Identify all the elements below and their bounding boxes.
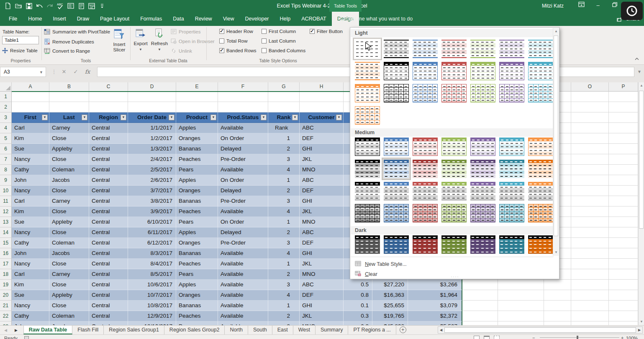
vertical-scrollbar[interactable]: ▲ ▼ <box>638 82 644 325</box>
export-button[interactable]: Export ▼ <box>132 27 149 59</box>
cell-A9[interactable]: John <box>12 175 49 186</box>
cell-G8[interactable]: 4 <box>268 165 300 175</box>
cell-I21[interactable]: 0.1 <box>344 301 372 311</box>
cell-H3[interactable]: Customer▼ <box>300 112 344 123</box>
checkbox-filter-button[interactable]: Filter Button <box>310 29 343 34</box>
row-header-22[interactable]: 22 <box>0 311 12 321</box>
filter-button-product[interactable]: ▼ <box>210 115 216 120</box>
name-box-dropdown-icon[interactable]: ▼ <box>39 67 43 77</box>
external-properties-button[interactable]: Properties <box>171 29 200 34</box>
filter-button-customer[interactable]: ▼ <box>336 115 342 120</box>
table-style-swatch-purple-medgrid[interactable] <box>470 203 496 223</box>
cell-G2[interactable] <box>268 102 300 112</box>
table-style-swatch-orange-medgrid[interactable] <box>527 203 554 223</box>
vertical-scroll-thumb[interactable] <box>639 91 644 229</box>
cell-P7[interactable] <box>609 154 638 165</box>
cell-A15[interactable]: Cathy <box>12 238 49 248</box>
cell-F13[interactable]: On Order <box>218 217 268 227</box>
table-style-swatch-red-medsolid[interactable] <box>412 159 439 179</box>
table-style-swatch-purple-lightgrid[interactable] <box>498 83 525 103</box>
cell-G1[interactable] <box>268 92 300 102</box>
cell-C9[interactable]: Central <box>89 175 128 186</box>
table-style-swatch-gray-medgrid[interactable] <box>354 203 381 223</box>
row-header-7[interactable]: 7 <box>0 154 12 165</box>
gallery-scrollbar[interactable]: ▲▼ <box>553 28 559 256</box>
cell-F7[interactable]: Pre-Order <box>218 154 268 165</box>
cell-F3[interactable]: Prod.Status▼ <box>218 112 268 123</box>
cell-O22[interactable] <box>571 311 609 321</box>
zoom-percent[interactable]: 100% <box>626 336 638 339</box>
table-style-swatch-blue-medhdrband[interactable] <box>383 181 410 201</box>
cell-D14[interactable]: 6/11/2017 <box>128 227 176 238</box>
tell-me-box[interactable]: Tell me what you want to do <box>340 12 413 26</box>
table-style-swatch-blue-lighthdr[interactable] <box>412 61 439 81</box>
cell-D21[interactable]: 10/8/2017 <box>128 301 176 311</box>
ribbon-display-options-icon[interactable] <box>574 0 588 12</box>
row-header-15[interactable]: 15 <box>0 238 12 248</box>
row-header-8[interactable]: 8 <box>0 165 12 175</box>
cell-M19[interactable] <box>498 280 544 290</box>
column-header-O[interactable]: O <box>571 82 609 92</box>
cell-E8[interactable]: Pears <box>176 165 218 175</box>
table-style-swatch-blue-medsolid[interactable] <box>383 159 410 179</box>
cell-D6[interactable]: 1/3/2017 <box>128 144 176 154</box>
table-style-swatch-purple-dark[interactable] <box>470 234 496 255</box>
row-header-1[interactable]: 1 <box>0 92 12 102</box>
insert-function-icon[interactable]: fx <box>82 67 93 77</box>
ribbon-tab-data[interactable]: Data <box>167 12 189 26</box>
cell-P4[interactable] <box>609 123 638 133</box>
filter-button-prod-status[interactable]: ▼ <box>261 115 267 120</box>
table-style-swatch-red-dark[interactable] <box>412 234 439 255</box>
cell-P10[interactable] <box>609 186 638 196</box>
row-header-10[interactable]: 10 <box>0 186 12 196</box>
cell-C20[interactable]: Central <box>89 290 128 301</box>
cell-C6[interactable]: Central <box>89 144 128 154</box>
cell-D7[interactable]: 2/4/2017 <box>128 154 176 165</box>
cell-D20[interactable]: 10/7/2017 <box>128 290 176 301</box>
table-style-swatch-teal-lighthdr[interactable] <box>527 61 554 81</box>
form-icon[interactable] <box>67 2 74 10</box>
cell-B5[interactable]: Close <box>49 133 89 144</box>
cell-A20[interactable]: Sue <box>12 290 49 301</box>
table-style-swatch-teal-lightgrid[interactable] <box>527 83 554 103</box>
cell-A16[interactable]: John <box>12 248 49 259</box>
cell-A12[interactable]: Kim <box>12 206 49 217</box>
table-style-swatch-green-lightband[interactable] <box>470 39 496 59</box>
cell-C8[interactable]: Central <box>89 165 128 175</box>
row-header-20[interactable]: 20 <box>0 290 12 301</box>
checkbox-last-column[interactable]: Last Column <box>262 38 296 43</box>
cell-C5[interactable]: Central <box>89 133 128 144</box>
checkbox-header-row[interactable]: Header Row <box>219 29 253 34</box>
table-style-swatch-green-medgrid[interactable] <box>441 203 467 223</box>
column-header-C[interactable]: C <box>89 82 128 92</box>
row-header-9[interactable]: 9 <box>0 175 12 186</box>
table-style-swatch-purple-medsolid[interactable] <box>470 159 496 179</box>
cell-G9[interactable]: 1 <box>268 175 300 186</box>
cell-F9[interactable]: On Order <box>218 175 268 186</box>
cell-B12[interactable]: Close <box>49 206 89 217</box>
open-icon[interactable] <box>15 2 22 10</box>
cell-J22[interactable]: $19,765 <box>372 311 408 321</box>
sheet-tab-east[interactable]: East <box>272 326 293 334</box>
cell-I23[interactable]: 0.2 <box>344 321 372 325</box>
cell-F21[interactable]: Available <box>218 301 268 311</box>
cell-D4[interactable]: 1/1/2017 <box>128 123 176 133</box>
cell-A4[interactable]: Carl <box>12 123 49 133</box>
cell-O11[interactable] <box>571 196 609 206</box>
cell-E13[interactable]: Pears <box>176 217 218 227</box>
table-style-swatch-teal-dark[interactable] <box>498 234 525 255</box>
cell-O5[interactable] <box>571 133 609 144</box>
horizontal-scroll-thumb[interactable] <box>444 327 636 333</box>
cell-D22[interactable]: 12/9/2017 <box>128 311 176 321</box>
enter-icon[interactable]: ✓ <box>70 67 81 77</box>
table-style-swatch-blue-medgrid[interactable] <box>383 203 410 223</box>
cell-O16[interactable] <box>571 248 609 259</box>
cell-K19[interactable]: $3,266 <box>408 280 462 290</box>
row-header-16[interactable]: 16 <box>0 248 12 259</box>
cell-P5[interactable] <box>609 133 638 144</box>
cell-A21[interactable]: Nancy <box>12 301 49 311</box>
cell-D10[interactable]: 3/7/2017 <box>128 186 176 196</box>
print-preview-icon[interactable] <box>77 2 85 10</box>
cell-B22[interactable]: Coleman <box>49 311 89 321</box>
cell-E10[interactable]: Oranges <box>176 186 218 196</box>
